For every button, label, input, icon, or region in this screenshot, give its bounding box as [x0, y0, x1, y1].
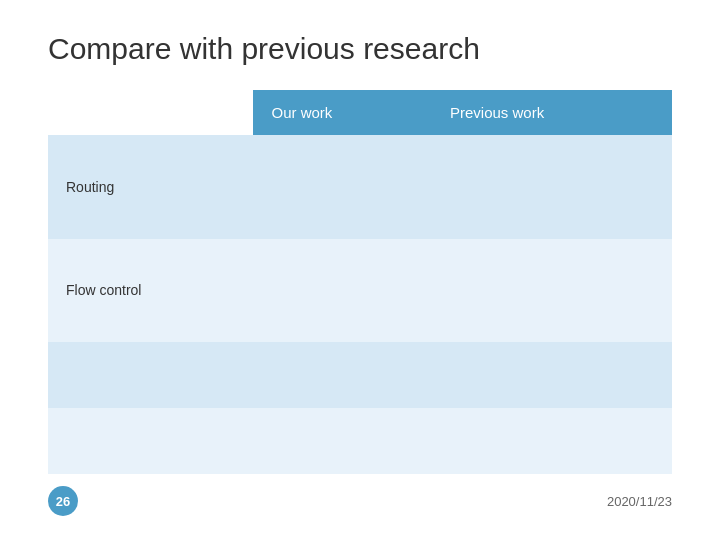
row-4-col-2: [253, 408, 432, 474]
table-header-row: Our work Previous work: [48, 90, 672, 135]
slide: Compare with previous research Our work …: [0, 0, 720, 540]
row-2-col-3: [432, 239, 672, 343]
row-4-col-3: [432, 408, 672, 474]
row-4-col-1: [48, 408, 253, 474]
row-3-col-2: [253, 342, 432, 408]
row-1-col-3: [432, 135, 672, 239]
row-3-col-3: [432, 342, 672, 408]
row-2-col-2: [253, 239, 432, 343]
row-2-col-1: Flow control: [48, 239, 253, 343]
row-1-col-2: [253, 135, 432, 239]
table-row: Flow control: [48, 239, 672, 343]
footer: 26 2020/11/23: [48, 486, 672, 516]
comparison-table: Our work Previous work Routing Flow cont…: [48, 90, 672, 474]
slide-title: Compare with previous research: [48, 32, 672, 66]
table-row: [48, 408, 672, 474]
date: 2020/11/23: [607, 494, 672, 509]
table-row: Routing: [48, 135, 672, 239]
header-col-2: Our work: [253, 90, 432, 135]
row-3-col-1: [48, 342, 253, 408]
page-number: 26: [48, 486, 78, 516]
header-col-1: [48, 90, 253, 135]
header-col-3: Previous work: [432, 90, 672, 135]
row-1-col-1: Routing: [48, 135, 253, 239]
table-container: Our work Previous work Routing Flow cont…: [48, 90, 672, 474]
table-row: [48, 342, 672, 408]
